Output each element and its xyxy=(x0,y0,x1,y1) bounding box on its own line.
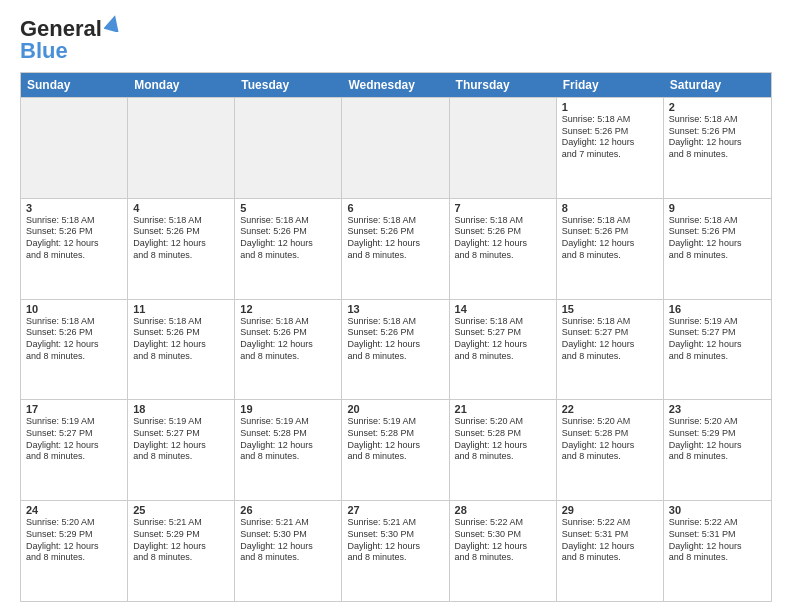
day-number: 19 xyxy=(240,403,336,415)
day-number: 3 xyxy=(26,202,122,214)
day-cell-7: 7Sunrise: 5:18 AM Sunset: 5:26 PM Daylig… xyxy=(450,199,557,299)
day-info: Sunrise: 5:18 AM Sunset: 5:26 PM Dayligh… xyxy=(26,215,122,262)
day-cell-13: 13Sunrise: 5:18 AM Sunset: 5:26 PM Dayli… xyxy=(342,300,449,400)
day-number: 6 xyxy=(347,202,443,214)
day-info: Sunrise: 5:20 AM Sunset: 5:28 PM Dayligh… xyxy=(562,416,658,463)
day-info: Sunrise: 5:22 AM Sunset: 5:30 PM Dayligh… xyxy=(455,517,551,564)
day-number: 30 xyxy=(669,504,766,516)
day-info: Sunrise: 5:20 AM Sunset: 5:29 PM Dayligh… xyxy=(26,517,122,564)
day-number: 21 xyxy=(455,403,551,415)
page: General Blue SundayMondayTuesdayWednesda… xyxy=(0,0,792,612)
day-info: Sunrise: 5:21 AM Sunset: 5:30 PM Dayligh… xyxy=(347,517,443,564)
day-cell-28: 28Sunrise: 5:22 AM Sunset: 5:30 PM Dayli… xyxy=(450,501,557,601)
day-cell-18: 18Sunrise: 5:19 AM Sunset: 5:27 PM Dayli… xyxy=(128,400,235,500)
day-info: Sunrise: 5:18 AM Sunset: 5:26 PM Dayligh… xyxy=(26,316,122,363)
day-cell-19: 19Sunrise: 5:19 AM Sunset: 5:28 PM Dayli… xyxy=(235,400,342,500)
day-number: 12 xyxy=(240,303,336,315)
day-number: 1 xyxy=(562,101,658,113)
day-number: 20 xyxy=(347,403,443,415)
day-of-week-wednesday: Wednesday xyxy=(342,73,449,97)
day-cell-20: 20Sunrise: 5:19 AM Sunset: 5:28 PM Dayli… xyxy=(342,400,449,500)
header: General Blue xyxy=(20,16,772,64)
day-info: Sunrise: 5:19 AM Sunset: 5:27 PM Dayligh… xyxy=(133,416,229,463)
day-info: Sunrise: 5:19 AM Sunset: 5:28 PM Dayligh… xyxy=(240,416,336,463)
day-cell-16: 16Sunrise: 5:19 AM Sunset: 5:27 PM Dayli… xyxy=(664,300,771,400)
day-info: Sunrise: 5:18 AM Sunset: 5:27 PM Dayligh… xyxy=(562,316,658,363)
day-number: 27 xyxy=(347,504,443,516)
day-cell-23: 23Sunrise: 5:20 AM Sunset: 5:29 PM Dayli… xyxy=(664,400,771,500)
day-info: Sunrise: 5:20 AM Sunset: 5:28 PM Dayligh… xyxy=(455,416,551,463)
day-cell-12: 12Sunrise: 5:18 AM Sunset: 5:26 PM Dayli… xyxy=(235,300,342,400)
logo: General Blue xyxy=(20,16,122,64)
empty-cell xyxy=(235,98,342,198)
day-number: 23 xyxy=(669,403,766,415)
day-cell-6: 6Sunrise: 5:18 AM Sunset: 5:26 PM Daylig… xyxy=(342,199,449,299)
day-info: Sunrise: 5:18 AM Sunset: 5:26 PM Dayligh… xyxy=(562,114,658,161)
day-number: 15 xyxy=(562,303,658,315)
day-cell-26: 26Sunrise: 5:21 AM Sunset: 5:30 PM Dayli… xyxy=(235,501,342,601)
day-info: Sunrise: 5:18 AM Sunset: 5:26 PM Dayligh… xyxy=(562,215,658,262)
empty-cell xyxy=(128,98,235,198)
day-info: Sunrise: 5:20 AM Sunset: 5:29 PM Dayligh… xyxy=(669,416,766,463)
day-number: 22 xyxy=(562,403,658,415)
day-of-week-monday: Monday xyxy=(128,73,235,97)
day-info: Sunrise: 5:18 AM Sunset: 5:26 PM Dayligh… xyxy=(455,215,551,262)
day-cell-8: 8Sunrise: 5:18 AM Sunset: 5:26 PM Daylig… xyxy=(557,199,664,299)
day-number: 10 xyxy=(26,303,122,315)
day-info: Sunrise: 5:18 AM Sunset: 5:26 PM Dayligh… xyxy=(669,215,766,262)
day-cell-24: 24Sunrise: 5:20 AM Sunset: 5:29 PM Dayli… xyxy=(21,501,128,601)
empty-cell xyxy=(450,98,557,198)
day-number: 14 xyxy=(455,303,551,315)
day-number: 17 xyxy=(26,403,122,415)
calendar-week-4: 17Sunrise: 5:19 AM Sunset: 5:27 PM Dayli… xyxy=(21,399,771,500)
day-of-week-thursday: Thursday xyxy=(450,73,557,97)
day-info: Sunrise: 5:18 AM Sunset: 5:26 PM Dayligh… xyxy=(133,215,229,262)
day-of-week-sunday: Sunday xyxy=(21,73,128,97)
day-cell-21: 21Sunrise: 5:20 AM Sunset: 5:28 PM Dayli… xyxy=(450,400,557,500)
day-info: Sunrise: 5:19 AM Sunset: 5:28 PM Dayligh… xyxy=(347,416,443,463)
logo-blue: Blue xyxy=(20,38,68,64)
day-cell-29: 29Sunrise: 5:22 AM Sunset: 5:31 PM Dayli… xyxy=(557,501,664,601)
svg-marker-0 xyxy=(104,14,122,32)
day-info: Sunrise: 5:22 AM Sunset: 5:31 PM Dayligh… xyxy=(562,517,658,564)
logo-triangle-icon xyxy=(104,14,122,36)
calendar-header: SundayMondayTuesdayWednesdayThursdayFrid… xyxy=(21,73,771,97)
calendar: SundayMondayTuesdayWednesdayThursdayFrid… xyxy=(20,72,772,602)
day-info: Sunrise: 5:18 AM Sunset: 5:27 PM Dayligh… xyxy=(455,316,551,363)
day-cell-15: 15Sunrise: 5:18 AM Sunset: 5:27 PM Dayli… xyxy=(557,300,664,400)
day-cell-25: 25Sunrise: 5:21 AM Sunset: 5:29 PM Dayli… xyxy=(128,501,235,601)
day-info: Sunrise: 5:18 AM Sunset: 5:26 PM Dayligh… xyxy=(347,316,443,363)
day-cell-9: 9Sunrise: 5:18 AM Sunset: 5:26 PM Daylig… xyxy=(664,199,771,299)
day-number: 4 xyxy=(133,202,229,214)
day-cell-14: 14Sunrise: 5:18 AM Sunset: 5:27 PM Dayli… xyxy=(450,300,557,400)
day-cell-10: 10Sunrise: 5:18 AM Sunset: 5:26 PM Dayli… xyxy=(21,300,128,400)
day-info: Sunrise: 5:22 AM Sunset: 5:31 PM Dayligh… xyxy=(669,517,766,564)
day-number: 18 xyxy=(133,403,229,415)
day-number: 9 xyxy=(669,202,766,214)
calendar-week-5: 24Sunrise: 5:20 AM Sunset: 5:29 PM Dayli… xyxy=(21,500,771,601)
day-cell-22: 22Sunrise: 5:20 AM Sunset: 5:28 PM Dayli… xyxy=(557,400,664,500)
day-info: Sunrise: 5:21 AM Sunset: 5:30 PM Dayligh… xyxy=(240,517,336,564)
day-number: 16 xyxy=(669,303,766,315)
empty-cell xyxy=(342,98,449,198)
day-cell-11: 11Sunrise: 5:18 AM Sunset: 5:26 PM Dayli… xyxy=(128,300,235,400)
day-cell-4: 4Sunrise: 5:18 AM Sunset: 5:26 PM Daylig… xyxy=(128,199,235,299)
day-number: 13 xyxy=(347,303,443,315)
day-info: Sunrise: 5:21 AM Sunset: 5:29 PM Dayligh… xyxy=(133,517,229,564)
calendar-week-1: 1Sunrise: 5:18 AM Sunset: 5:26 PM Daylig… xyxy=(21,97,771,198)
day-number: 2 xyxy=(669,101,766,113)
empty-cell xyxy=(21,98,128,198)
day-number: 26 xyxy=(240,504,336,516)
calendar-body: 1Sunrise: 5:18 AM Sunset: 5:26 PM Daylig… xyxy=(21,97,771,601)
day-cell-1: 1Sunrise: 5:18 AM Sunset: 5:26 PM Daylig… xyxy=(557,98,664,198)
day-of-week-saturday: Saturday xyxy=(664,73,771,97)
day-info: Sunrise: 5:18 AM Sunset: 5:26 PM Dayligh… xyxy=(669,114,766,161)
day-info: Sunrise: 5:18 AM Sunset: 5:26 PM Dayligh… xyxy=(347,215,443,262)
day-number: 7 xyxy=(455,202,551,214)
day-info: Sunrise: 5:18 AM Sunset: 5:26 PM Dayligh… xyxy=(240,215,336,262)
day-number: 5 xyxy=(240,202,336,214)
day-cell-5: 5Sunrise: 5:18 AM Sunset: 5:26 PM Daylig… xyxy=(235,199,342,299)
day-cell-30: 30Sunrise: 5:22 AM Sunset: 5:31 PM Dayli… xyxy=(664,501,771,601)
day-cell-3: 3Sunrise: 5:18 AM Sunset: 5:26 PM Daylig… xyxy=(21,199,128,299)
day-number: 25 xyxy=(133,504,229,516)
